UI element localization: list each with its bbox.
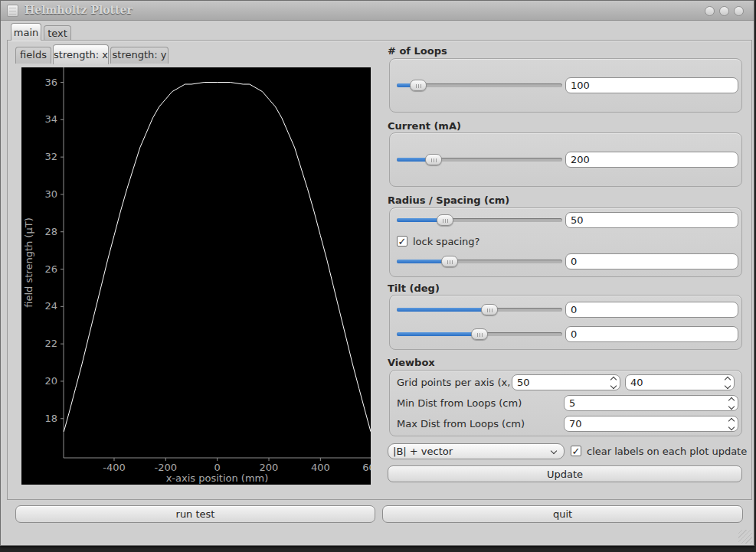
svg-text:0: 0 [214, 462, 221, 473]
check-icon: ✓ [398, 236, 407, 247]
tilt-section-label: Tilt (deg) [388, 283, 440, 294]
tab-main[interactable]: main [11, 23, 41, 41]
svg-text:26: 26 [44, 263, 57, 275]
grid-x-spinbox[interactable] [512, 374, 620, 390]
tilt-y-input[interactable] [565, 326, 738, 342]
run-test-button[interactable]: run test [15, 505, 375, 523]
chevron-down-icon [728, 424, 735, 430]
slider-grip-icon [443, 219, 448, 223]
slider-grip-icon [416, 84, 421, 88]
current-slider[interactable] [397, 154, 562, 165]
window-title: Helmholtz Plotter [25, 4, 133, 16]
svg-text:400: 400 [311, 462, 330, 473]
svg-text:18: 18 [44, 413, 57, 424]
window-app-icon [7, 5, 18, 17]
tilt-y-slider-fill [397, 332, 482, 336]
loops-section-label: # of Loops [388, 45, 447, 57]
current-slider-handle[interactable] [425, 154, 442, 165]
svg-text:24: 24 [44, 300, 57, 312]
min-dist-spin-down-button[interactable] [726, 403, 737, 410]
plot-area: 18202224262830323436-400-2000200400600fi… [21, 67, 371, 485]
chevron-down-icon [725, 383, 731, 389]
svg-text:field strength (µT): field strength (µT) [23, 217, 34, 307]
svg-text:32: 32 [44, 151, 57, 162]
grid-x-spin-down-button[interactable] [608, 382, 619, 390]
spacing-input[interactable] [565, 253, 738, 269]
svg-text:-200: -200 [155, 462, 178, 473]
radius-input[interactable] [565, 212, 738, 228]
current-input[interactable] [565, 152, 738, 168]
tilt-x-slider-fill [397, 308, 492, 312]
window-minimize-button[interactable] [705, 6, 715, 16]
chevron-down-icon [728, 403, 735, 410]
svg-text:30: 30 [44, 188, 57, 200]
grid-y-spin-down-button[interactable] [722, 382, 733, 390]
svg-text:20: 20 [44, 375, 57, 387]
display-mode-dropdown[interactable]: |B| + vector [388, 443, 565, 459]
svg-text:28: 28 [44, 226, 57, 237]
svg-text:200: 200 [260, 462, 279, 473]
loops-slider[interactable] [397, 80, 562, 91]
lock-spacing-checkbox[interactable]: ✓ [397, 236, 407, 247]
max-dist-spin-down-button[interactable] [726, 423, 737, 431]
svg-text:34: 34 [44, 113, 57, 125]
spacing-slider-handle[interactable] [441, 256, 458, 267]
subtab-strength-y[interactable]: strength: y [110, 47, 169, 64]
spacing-slider[interactable] [397, 256, 562, 267]
tilt-y-slider[interactable] [397, 328, 562, 340]
window-close-button[interactable] [734, 6, 744, 16]
clear-labels-label: clear labels on each plot update [587, 446, 747, 457]
tilt-x-slider[interactable] [397, 304, 562, 315]
min-dist-spinbox[interactable] [564, 395, 738, 411]
tilt-x-slider-handle[interactable] [481, 304, 498, 315]
loops-slider-handle[interactable] [410, 80, 427, 91]
svg-text:36: 36 [44, 77, 57, 88]
radius-section-label: Radius / Spacing (cm) [388, 194, 509, 206]
chevron-down-icon [610, 383, 617, 389]
update-button[interactable]: Update [388, 465, 742, 482]
max-dist-spinbox[interactable] [564, 416, 738, 432]
window-maximize-button[interactable] [719, 6, 729, 16]
grid-y-spin-up-button[interactable] [722, 374, 733, 382]
current-section-label: Current (mA) [388, 120, 461, 132]
tilt-x-input[interactable] [565, 302, 738, 318]
grid-points-label: Grid points per axis (x, y) [397, 377, 523, 388]
tilt-y-slider-handle[interactable] [471, 328, 488, 340]
min-dist-spin-up-button[interactable] [726, 395, 737, 403]
quit-button[interactable]: quit [382, 505, 743, 523]
resize-grip[interactable] [738, 530, 752, 544]
clear-labels-checkbox[interactable]: ✓ [571, 446, 581, 456]
radius-slider-handle[interactable] [437, 214, 453, 226]
tab-text[interactable]: text [44, 25, 71, 41]
titlebar[interactable]: Helmholtz Plotter [1, 1, 754, 21]
chevron-down-icon [551, 448, 557, 454]
display-mode-value: |B| + vector [393, 446, 453, 457]
svg-text:600: 600 [362, 462, 371, 473]
loops-input[interactable] [565, 77, 738, 93]
lock-spacing-label: lock spacing? [413, 236, 480, 247]
max-dist-label: Max Dist from Loops (cm) [397, 418, 525, 430]
subtab-strength-x[interactable]: strength: x [53, 44, 109, 64]
slider-grip-icon [477, 333, 483, 337]
app-window: Helmholtz Plotter main text fields stren… [0, 0, 754, 546]
max-dist-spin-up-button[interactable] [726, 416, 737, 423]
viewbox-section-label: Viewbox [388, 357, 435, 368]
check-icon: ✓ [572, 446, 581, 457]
plot-svg: 18202224262830323436-400-2000200400600fi… [21, 67, 371, 485]
slider-grip-icon [447, 260, 453, 264]
svg-text:x-axis position (mm): x-axis position (mm) [166, 472, 269, 484]
slider-grip-icon [431, 158, 437, 162]
svg-text:22: 22 [44, 338, 57, 349]
subtab-fields[interactable]: fields [15, 47, 51, 64]
grid-x-spin-up-button[interactable] [608, 374, 619, 382]
radius-slider[interactable] [397, 214, 562, 226]
svg-text:-400: -400 [103, 462, 126, 473]
slider-grip-icon [487, 309, 493, 312]
grid-y-spinbox[interactable] [625, 374, 735, 390]
min-dist-label: Min Dist from Loops (cm) [397, 397, 522, 409]
